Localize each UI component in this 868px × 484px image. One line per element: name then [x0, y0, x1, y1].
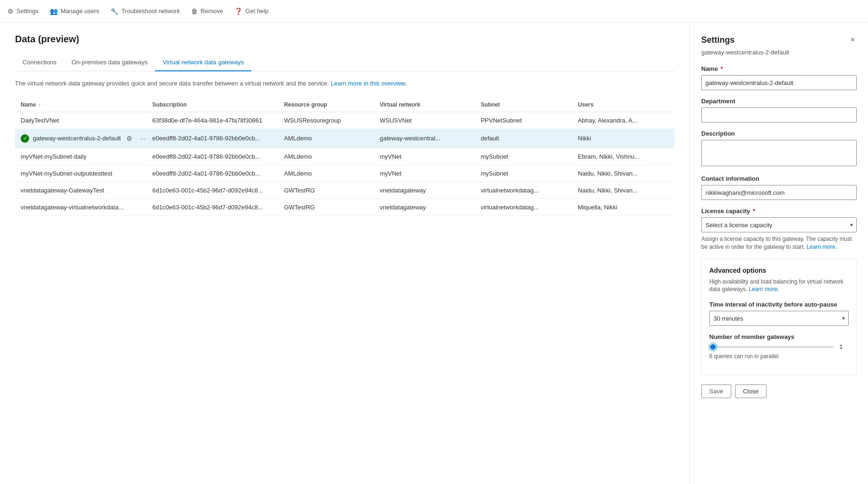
description-textarea[interactable] — [701, 140, 857, 166]
contact-label: Contact information — [701, 175, 857, 182]
cell-subscription: e0eedff8-2d02-4a01-9786-92bb0e0cb... — [147, 148, 278, 165]
cell-name-text: vnetdatagateway-virtualnetworkdata... — [21, 204, 124, 211]
member-gateways-slider[interactable] — [709, 346, 834, 348]
toolbar-settings[interactable]: ⚙ Settings — [8, 6, 39, 17]
cell-virtual-network: vnetdatagateway — [374, 182, 475, 199]
table-row[interactable]: vnetdatagateway-virtualnetworkdata...6d1… — [15, 199, 674, 215]
license-note: Assign a license capacity to this gatewa… — [701, 235, 857, 251]
cell-resource-group: AMLdemo — [279, 148, 374, 165]
settings-close-button[interactable]: × — [849, 34, 857, 46]
cell-subscription: 6d1c0e63-001c-45b2-96d7-d092e94c8... — [147, 199, 278, 215]
cell-users: Naidu, Nikki, Shivan... — [572, 182, 674, 199]
name-label: Name * — [701, 65, 857, 72]
name-input[interactable] — [701, 75, 857, 90]
contact-input[interactable] — [701, 185, 857, 200]
panel-footer: Save Close — [701, 384, 857, 398]
license-note-link[interactable]: Learn more. — [806, 244, 837, 250]
license-select[interactable]: Select a license capacityPremium P1Premi… — [701, 217, 857, 232]
cell-virtual-network: gateway-westcentral... — [374, 129, 475, 148]
cell-subnet: mySubnet — [475, 148, 572, 165]
cell-subnet: virtualnetworkdatag... — [475, 182, 572, 199]
settings-panel-title: Settings — [701, 35, 735, 45]
description-text: The virtual network data gateway provide… — [15, 79, 674, 88]
settings-panel: Settings × gateway-westcentralus-2-defau… — [690, 23, 868, 484]
cell-users: Ebram, Nikki, Vishnu... — [572, 148, 674, 165]
row-ellipsis-button[interactable]: ··· — [138, 134, 147, 143]
description-label: Description — [701, 130, 857, 137]
page-title: Data (preview) — [15, 34, 674, 45]
cell-subnet: default — [475, 129, 572, 148]
toolbar-troubleshoot-network[interactable]: 🔧 Troubleshoot network — [110, 6, 180, 17]
tab-connections[interactable]: Connections — [15, 54, 64, 71]
time-interval-label: Time interval of inactivity before auto-… — [709, 301, 849, 308]
table-row[interactable]: myVNet-mySubnet-dailye0eedff8-2d02-4a01-… — [15, 148, 674, 165]
toolbar-manage-users-label: Manage users — [61, 8, 99, 15]
settings-icon: ⚙ — [8, 8, 14, 15]
cell-virtual-network: WSUSVNet — [374, 112, 475, 129]
cell-users: Nikki — [572, 129, 674, 148]
cell-name: DailyTestVNet — [15, 112, 147, 129]
cell-resource-group: WSUSResouregroup — [279, 112, 374, 129]
cell-name: ✓gateway-westcentralus-2-default⚙··· — [15, 129, 147, 148]
cell-resource-group: AMLdemo — [279, 129, 374, 148]
cell-subscription: 63f38d0e-df7e-464a-981e-47fa78f30861 — [147, 112, 278, 129]
cell-name-text: myVNet-mySubnet-outputdesttest — [21, 170, 112, 177]
toolbar: ⚙ Settings 👥 Manage users 🔧 Troubleshoot… — [0, 0, 868, 23]
department-label: Department — [701, 98, 857, 105]
tab-virtual-network[interactable]: Virtual network data gateways — [155, 54, 251, 71]
table-row[interactable]: vnetdatagateway-GatewayTest6d1c0e63-001c… — [15, 182, 674, 199]
time-interval-select[interactable]: 30 minutes1 hour2 hoursNever — [709, 311, 849, 326]
col-virtual-network: Virtual network — [374, 98, 475, 112]
toolbar-get-help-label: Get help — [245, 8, 268, 15]
queries-note: 6 queries can run in parallel — [709, 353, 849, 360]
cell-name-text: DailyTestVNet — [21, 117, 59, 124]
table-row[interactable]: ✓gateway-westcentralus-2-default⚙···e0ee… — [15, 129, 674, 148]
license-field-group: License capacity * Select a license capa… — [701, 207, 857, 251]
col-subnet: Subnet — [475, 98, 572, 112]
time-interval-group: Time interval of inactivity before auto-… — [709, 301, 849, 326]
tabs-bar: Connections On-premises data gateways Vi… — [15, 54, 674, 71]
contact-field-group: Contact information — [701, 175, 857, 200]
slider-row: 1 — [709, 343, 849, 350]
toolbar-settings-label: Settings — [16, 8, 39, 15]
table-header-row: Name ↑ Subscription Resource group Virtu… — [15, 98, 674, 112]
advanced-title: Advanced options — [709, 267, 849, 274]
toolbar-troubleshoot-label: Troubleshoot network — [121, 8, 180, 15]
department-input[interactable] — [701, 108, 857, 123]
cell-subnet: PPVNetSubnet — [475, 112, 572, 129]
license-select-wrapper: Select a license capacityPremium P1Premi… — [701, 217, 857, 232]
description-link[interactable]: Learn more in this overview. — [331, 80, 407, 87]
cell-name: myVNet-mySubnet-daily — [15, 148, 147, 165]
cell-name-text: vnetdatagateway-GatewayTest — [21, 187, 104, 194]
help-icon: ❓ — [234, 8, 242, 15]
license-label: License capacity * — [701, 207, 857, 215]
description-field-group: Description — [701, 130, 857, 168]
table-row[interactable]: DailyTestVNet63f38d0e-df7e-464a-981e-47f… — [15, 112, 674, 129]
cell-name: vnetdatagateway-GatewayTest — [15, 182, 147, 199]
save-button[interactable]: Save — [701, 384, 731, 398]
col-subscription: Subscription — [147, 98, 278, 112]
cell-name: myVNet-mySubnet-outputdesttest — [15, 165, 147, 182]
toolbar-manage-users[interactable]: 👥 Manage users — [50, 6, 99, 17]
col-users: Users — [572, 98, 674, 112]
cell-name-text: myVNet-mySubnet-daily — [21, 153, 86, 160]
advanced-learn-more-link[interactable]: Learn more. — [749, 286, 779, 292]
troubleshoot-icon: 🔧 — [110, 8, 118, 15]
toolbar-remove[interactable]: 🗑 Remove — [191, 6, 223, 17]
cell-users: Miquella, Nikki — [572, 199, 674, 215]
status-active-icon: ✓ — [21, 134, 29, 143]
table-row[interactable]: myVNet-mySubnet-outputdestteste0eedff8-2… — [15, 165, 674, 182]
close-button[interactable]: Close — [735, 384, 767, 398]
gateway-table: Name ↑ Subscription Resource group Virtu… — [15, 98, 674, 216]
toolbar-remove-label: Remove — [201, 8, 223, 15]
toolbar-get-help[interactable]: ❓ Get help — [234, 6, 268, 17]
cell-resource-group: AMLdemo — [279, 165, 374, 182]
cell-virtual-network: myVNet — [374, 165, 475, 182]
row-gear-button[interactable]: ⚙ — [124, 134, 134, 143]
tab-on-premises[interactable]: On-premises data gateways — [64, 54, 155, 71]
left-panel: Data (preview) Connections On-premises d… — [0, 23, 690, 484]
cell-name-text: gateway-westcentralus-2-default — [33, 135, 121, 142]
col-name: Name ↑ — [15, 98, 147, 112]
cell-users: Abhay, Alexandra, A... — [572, 112, 674, 129]
col-resource-group: Resource group — [279, 98, 374, 112]
